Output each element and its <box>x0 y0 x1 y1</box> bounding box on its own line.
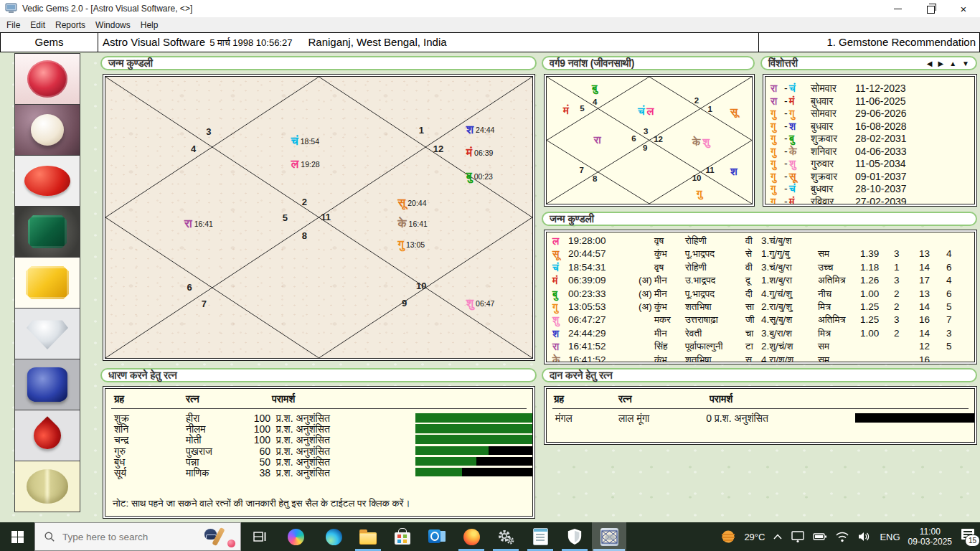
dasha-prev-icon[interactable]: ◀ <box>927 60 933 67</box>
planet-abbr: बु <box>592 83 597 93</box>
minimize-button[interactable] <box>881 0 914 17</box>
gem-emerald-thumbnail[interactable] <box>14 206 80 258</box>
language-indicator[interactable]: ENG <box>880 532 900 542</box>
task-view-icon <box>253 529 268 544</box>
recommendation-bar-fill <box>415 435 533 444</box>
settings-button[interactable] <box>489 522 523 551</box>
pada-lords: 4.सू/बु/श <box>761 314 792 326</box>
house-number-3: 3 <box>206 126 211 136</box>
gem-recommendation-row: मंगललाल मूंगा0प्र.श. अनुशंसित <box>547 413 974 423</box>
close-button[interactable]: × <box>947 0 980 17</box>
gem-yellow-sapphire-thumbnail[interactable] <box>14 257 80 309</box>
wear-gems-panel-title[interactable]: धारण करने हेतु रत्न <box>100 368 537 382</box>
house-number-4: 4 <box>593 98 597 106</box>
menu-windows[interactable]: Windows <box>90 17 136 32</box>
gem-hessonite-thumbnail[interactable] <box>14 410 80 461</box>
tray-chevron-up-icon[interactable] <box>773 533 783 540</box>
house-number-1: 1 <box>707 105 712 113</box>
birth-chart-panel-title[interactable]: जन्म कुण्डली <box>100 56 537 70</box>
menu-file[interactable]: File <box>1 17 25 32</box>
longitude: 16:41:52 <box>568 341 606 352</box>
volume-icon[interactable] <box>857 531 872 542</box>
cast-display-icon[interactable] <box>791 530 805 543</box>
edge-button[interactable] <box>316 522 351 551</box>
dasha-down-icon[interactable]: ▼ <box>962 60 969 67</box>
position-row: चं18:54:31वृषरोहिणीवी3.चं/बु/राउच्च1.181… <box>547 262 974 275</box>
navamsa-panel-title[interactable]: वर्ग9 नवांश (जीवनसाथी) <box>542 56 755 70</box>
task-view-button[interactable] <box>242 522 277 551</box>
recommendation-bar <box>415 457 533 466</box>
value-2: 3 <box>894 314 900 325</box>
dasha-next-icon[interactable]: ▶ <box>938 60 943 67</box>
gem-ruby-thumbnail[interactable] <box>14 53 80 105</box>
notification-center-button[interactable]: 15 <box>960 528 979 545</box>
outlook-button[interactable] <box>420 522 454 551</box>
taskbar-clock[interactable]: 11:00 09-03-2025 <box>908 527 952 547</box>
dasha-up-icon[interactable]: ▲ <box>949 60 956 67</box>
file-explorer-button[interactable] <box>351 522 385 551</box>
gem-diamond-thumbnail[interactable] <box>14 308 80 359</box>
gem-red-coral-thumbnail[interactable] <box>14 155 80 207</box>
notepad-button[interactable] <box>523 522 557 551</box>
recommendation-bar-fill <box>415 446 489 456</box>
col-header-gem: रत्न <box>618 393 632 405</box>
copilot-button[interactable] <box>278 522 313 551</box>
windows-security-button[interactable] <box>557 522 592 551</box>
vedic-gems-app-button[interactable] <box>592 522 626 551</box>
dignity: सम <box>818 341 829 352</box>
gem-pearl-thumbnail[interactable] <box>14 104 80 156</box>
battery-icon[interactable] <box>813 532 827 542</box>
wifi-icon[interactable] <box>835 531 849 542</box>
pada-lords: 1.श/बु/रा <box>761 275 792 286</box>
planet-label: चंल <box>638 105 654 116</box>
planet-label: मं06:39 <box>466 147 494 159</box>
menu-edit[interactable]: Edit <box>25 17 50 32</box>
dasha-sub-planet: गु <box>789 108 794 120</box>
planet-label: ल19:28 <box>291 159 320 170</box>
menu-bar: FileEditReportsWindowsHelp <box>0 17 980 32</box>
percent-value: 50 <box>240 456 270 468</box>
wear-gems-table: ग्रह रत्न परामर्श शुक्रहीरा100प्र.श. अनु… <box>105 388 533 517</box>
name-syllable: दी <box>745 288 753 300</box>
restore-button[interactable] <box>914 0 947 17</box>
gem-cats-eye-thumbnail[interactable] <box>14 461 80 512</box>
longitude: 13:05:53 <box>568 301 606 312</box>
rashi: मीन <box>654 288 667 300</box>
planet-abbr: ल <box>647 105 654 116</box>
dasha-sub-planet: चं <box>789 183 796 195</box>
header-rule <box>111 408 527 409</box>
vimshottari-panel-title[interactable]: विंशोत्तरी ◀ ▶ ▲ ▼ <box>760 56 977 70</box>
search-input[interactable] <box>61 531 179 543</box>
pada-lords: 4.गु/चं/शु <box>761 288 792 300</box>
weather-temperature[interactable]: 29°C <box>744 532 765 542</box>
microsoft-store-button[interactable] <box>385 522 420 551</box>
dignity: मित्र <box>818 328 831 339</box>
dasha-row: गु-शुगुरुवार11-05-2034 <box>765 158 974 171</box>
firefox-button[interactable] <box>454 522 489 551</box>
position-row: बु00:23:33(अ)मीनपू.भाद्रपददी4.गु/चं/शुनी… <box>547 288 974 301</box>
retro-flag: (अ) <box>639 288 652 300</box>
col-header-advice: परामर्श <box>272 393 295 405</box>
weather-haze-icon[interactable] <box>720 529 736 545</box>
copilot-icon <box>288 529 304 545</box>
search-box[interactable] <box>34 522 241 551</box>
rashi: कुंभ <box>654 301 667 313</box>
planet-abbr: रा <box>594 134 601 145</box>
donate-gems-panel-title[interactable]: दान करने हेतु रत्न <box>542 368 977 382</box>
name-syllable: टा <box>745 341 753 352</box>
start-button[interactable] <box>0 522 34 551</box>
positions-panel-title[interactable]: जन्म कुण्डली <box>542 212 977 226</box>
search-highlight-cricket-icon[interactable] <box>204 526 236 549</box>
percent-value: 0 <box>682 413 712 424</box>
percent-value: 100 <box>240 423 270 435</box>
menu-reports[interactable]: Reports <box>50 17 90 32</box>
positions-table: ल19:28:00वृषरोहिणीवी3.चं/बु/शसू20:44:57क… <box>546 232 975 362</box>
gem-blue-sapphire-thumbnail[interactable] <box>14 359 80 410</box>
position-row: रा16:41:52सिंहपूर्वाफाल्गुनीटा2.शु/चं/शस… <box>547 341 974 354</box>
dasha-sub-planet: चं <box>789 83 796 95</box>
dasha-date: 11-06-2025 <box>855 95 906 107</box>
settings-gears-icon <box>496 527 515 546</box>
dignity: मित्र <box>818 301 831 313</box>
planet-degree: 13:05 <box>406 240 425 249</box>
menu-help[interactable]: Help <box>136 17 164 32</box>
